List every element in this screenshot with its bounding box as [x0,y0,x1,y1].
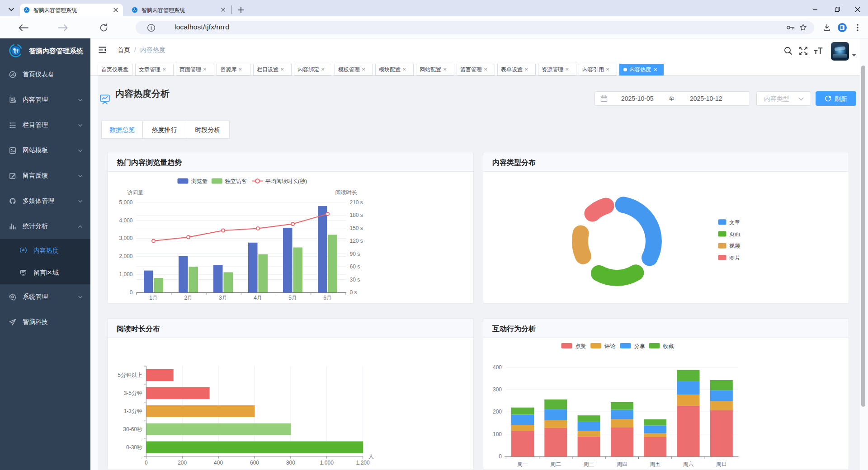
svg-text:90 s: 90 s [350,251,360,257]
svg-text:周日: 周日 [716,461,727,467]
svg-text:150 s: 150 s [350,225,363,231]
svg-text:分享: 分享 [634,343,645,349]
svg-text:3,000: 3,000 [119,235,132,241]
svg-text:周二: 周二 [550,461,561,467]
svg-text:收藏: 收藏 [663,343,674,349]
svg-text:阅读时长: 阅读时长 [335,189,357,196]
svg-text:0 s: 0 s [350,289,357,296]
svg-text:300: 300 [493,386,502,393]
svg-text:平均阅读时长(秒): 平均阅读时长(秒) [265,178,307,184]
svg-text:周五: 周五 [650,461,660,467]
svg-text:视频: 视频 [729,243,740,249]
svg-text:人: 人 [368,453,374,460]
svg-text:5分钟以上: 5分钟以上 [118,372,142,378]
svg-text:30-60秒: 30-60秒 [123,426,142,432]
svg-text:1月: 1月 [149,295,158,301]
svg-text:周三: 周三 [584,461,594,467]
svg-text:210 s: 210 s [350,199,363,206]
svg-text:访问量: 访问量 [127,189,143,196]
svg-text:2,000: 2,000 [119,253,132,259]
svg-text:周六: 周六 [683,461,694,467]
svg-text:1,000: 1,000 [320,460,334,466]
svg-text:200: 200 [493,409,502,415]
svg-text:图片: 图片 [729,255,740,261]
svg-text:3月: 3月 [219,295,227,301]
svg-text:5,000: 5,000 [119,199,132,206]
svg-text:100: 100 [493,431,502,437]
svg-text:180 s: 180 s [350,212,363,218]
svg-text:点赞: 点赞 [576,343,586,349]
svg-text:400: 400 [493,364,502,371]
svg-text:5月: 5月 [288,295,297,301]
svg-text:200: 200 [178,460,187,466]
svg-text:周四: 周四 [617,461,627,467]
svg-text:独立访客: 独立访客 [225,178,247,184]
svg-text:120 s: 120 s [350,238,363,244]
svg-text:1-3分钟: 1-3分钟 [124,408,142,414]
svg-text:60 s: 60 s [350,263,360,270]
svg-text:0-30秒: 0-30秒 [126,444,142,451]
svg-text:周一: 周一 [517,461,528,467]
svg-text:800: 800 [286,460,295,466]
svg-text:评论: 评论 [604,343,616,349]
svg-text:3-5分钟: 3-5分钟 [124,390,142,396]
svg-text:2月: 2月 [184,295,193,301]
svg-text:文章: 文章 [729,219,740,226]
svg-text:4,000: 4,000 [119,217,132,224]
svg-text:0: 0 [499,453,502,460]
svg-text:0: 0 [145,460,148,466]
svg-text:浏览量: 浏览量 [191,178,208,184]
svg-text:0: 0 [130,289,133,296]
svg-text:1,200: 1,200 [356,460,370,466]
svg-text:页面: 页面 [729,231,740,237]
svg-text:1,000: 1,000 [119,271,132,277]
svg-text:400: 400 [214,460,223,466]
svg-text:600: 600 [250,460,259,466]
svg-text:6月: 6月 [323,295,332,301]
svg-text:30 s: 30 s [350,277,360,283]
svg-text:4月: 4月 [254,295,262,301]
